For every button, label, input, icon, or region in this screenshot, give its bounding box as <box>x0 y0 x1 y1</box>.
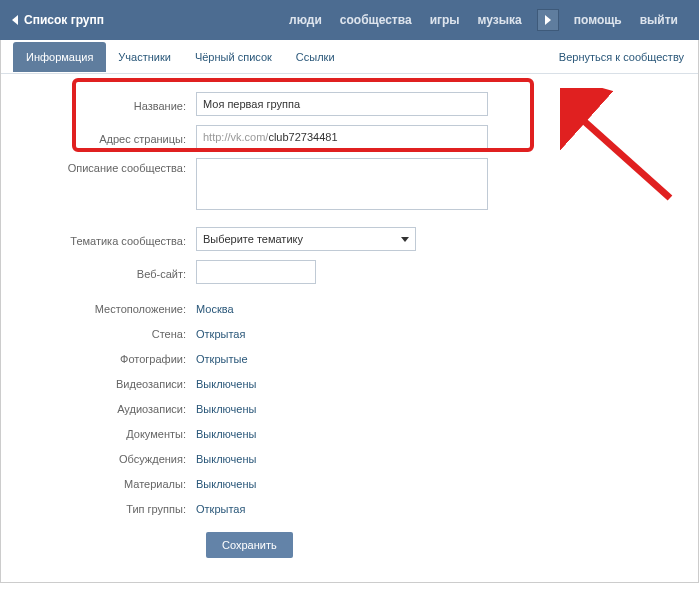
settings-form: Название: Адрес страницы: http://vk.com/… <box>1 74 698 582</box>
nav-music[interactable]: музыка <box>469 13 531 27</box>
play-icon <box>545 15 551 25</box>
wall-label: Стена: <box>21 324 196 340</box>
nav-logout[interactable]: выйти <box>631 13 687 27</box>
photos-label: Фотографии: <box>21 349 196 365</box>
audios-value[interactable]: Выключены <box>196 399 488 415</box>
tab-members[interactable]: Участники <box>106 43 183 71</box>
back-label: Список групп <box>24 13 104 27</box>
tabs-bar: Информация Участники Чёрный список Ссылк… <box>1 40 698 74</box>
group-type-value[interactable]: Открытая <box>196 499 488 515</box>
address-field: http://vk.com/ <box>196 125 488 149</box>
videos-label: Видеозаписи: <box>21 374 196 390</box>
address-input[interactable] <box>268 126 487 148</box>
photos-value[interactable]: Открытые <box>196 349 488 365</box>
desc-textarea[interactable] <box>196 158 488 210</box>
name-label: Название: <box>21 96 196 112</box>
tab-info[interactable]: Информация <box>13 42 106 72</box>
videos-value[interactable]: Выключены <box>196 374 488 390</box>
wall-value[interactable]: Открытая <box>196 324 488 340</box>
website-label: Веб-сайт: <box>21 264 196 280</box>
play-button[interactable] <box>537 9 559 31</box>
materials-label: Материалы: <box>21 474 196 490</box>
back-link[interactable]: Список групп <box>12 13 104 27</box>
address-label: Адрес страницы: <box>21 129 196 145</box>
topic-label: Тематика сообщества: <box>21 231 196 247</box>
docs-label: Документы: <box>21 424 196 440</box>
materials-value[interactable]: Выключены <box>196 474 488 490</box>
back-to-community-link[interactable]: Вернуться к сообществу <box>559 51 688 63</box>
group-type-label: Тип группы: <box>21 499 196 515</box>
nav-people[interactable]: люди <box>280 13 331 27</box>
address-prefix: http://vk.com/ <box>197 126 268 148</box>
topic-dropdown[interactable]: Выберите тематику <box>196 227 416 251</box>
name-input[interactable] <box>196 92 488 116</box>
tab-blacklist[interactable]: Чёрный список <box>183 43 284 71</box>
discussions-value[interactable]: Выключены <box>196 449 488 465</box>
audios-label: Аудиозаписи: <box>21 399 196 415</box>
nav-games[interactable]: игры <box>421 13 469 27</box>
location-value[interactable]: Москва <box>196 299 488 315</box>
top-nav: Список групп люди сообщества игры музыка… <box>0 0 699 40</box>
desc-label: Описание сообщества: <box>21 158 196 174</box>
topic-value: Выберите тематику <box>203 233 303 245</box>
nav-help[interactable]: помощь <box>565 13 631 27</box>
chevron-left-icon <box>12 15 18 25</box>
chevron-down-icon <box>401 237 409 242</box>
save-button[interactable]: Сохранить <box>206 532 293 558</box>
location-label: Местоположение: <box>21 299 196 315</box>
tab-links[interactable]: Ссылки <box>284 43 347 71</box>
discussions-label: Обсуждения: <box>21 449 196 465</box>
website-input[interactable] <box>196 260 316 284</box>
content-container: Информация Участники Чёрный список Ссылк… <box>0 40 699 583</box>
docs-value[interactable]: Выключены <box>196 424 488 440</box>
nav-communities[interactable]: сообщества <box>331 13 421 27</box>
